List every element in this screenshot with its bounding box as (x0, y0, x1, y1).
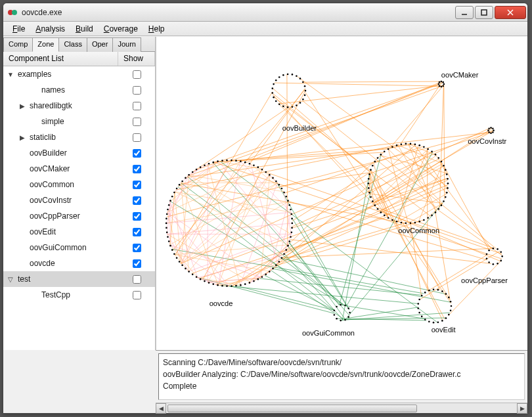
svg-point-341 (487, 129, 489, 131)
svg-line-93 (370, 171, 450, 300)
show-checkbox[interactable] (133, 165, 141, 173)
col-show[interactable]: Show (118, 52, 155, 66)
svg-point-245 (212, 283, 214, 285)
show-checkbox[interactable] (133, 259, 141, 268)
tree-label: oovCovInstr (27, 196, 118, 205)
menu-build[interactable]: Build (70, 23, 99, 35)
show-checkbox[interactable] (133, 118, 141, 126)
tree-row[interactable]: oovCMaker (3, 161, 155, 177)
col-component[interactable]: Component List (3, 52, 118, 66)
titlebar[interactable]: oovcde.exe (3, 3, 527, 22)
expand-icon[interactable]: ▼ (6, 71, 15, 78)
show-checkbox[interactable] (133, 196, 141, 205)
menu-analysis[interactable]: Analysis (30, 23, 70, 35)
svg-point-278 (200, 166, 202, 168)
expand-icon[interactable]: ▽ (6, 276, 15, 283)
maximize-button[interactable] (475, 6, 493, 19)
svg-point-380 (384, 150, 386, 152)
tree-row[interactable]: ▼examples (3, 66, 155, 82)
show-checkbox[interactable] (133, 244, 141, 252)
svg-point-330 (442, 85, 444, 87)
svg-line-151 (166, 175, 188, 223)
show-checkbox[interactable] (133, 228, 141, 236)
tab-comp[interactable]: Comp (3, 37, 33, 52)
svg-point-331 (441, 86, 443, 88)
graph-node-label: oovEdit (432, 326, 456, 334)
svg-line-16 (280, 223, 405, 260)
show-checkbox[interactable] (133, 102, 141, 110)
scroll-left-icon[interactable]: ◀ (156, 403, 166, 414)
close-button[interactable] (495, 6, 526, 19)
svg-point-256 (173, 253, 175, 255)
svg-line-188 (167, 169, 198, 212)
expand-icon[interactable]: ▶ (18, 134, 27, 141)
svg-point-376 (372, 165, 374, 167)
tree-row[interactable]: oovGuiCommon (3, 240, 155, 255)
menu-file[interactable]: File (7, 23, 30, 35)
menu-help[interactable]: Help (143, 23, 170, 35)
svg-point-365 (380, 211, 382, 213)
svg-point-422 (417, 303, 419, 305)
tab-class[interactable]: Class (58, 37, 87, 52)
svg-point-414 (441, 320, 443, 322)
tab-oper[interactable]: Oper (87, 37, 113, 52)
tree-row[interactable]: names (3, 82, 155, 98)
svg-point-264 (166, 218, 167, 220)
expand-icon[interactable]: ▶ (18, 102, 27, 110)
svg-line-77 (444, 85, 445, 200)
svg-point-403 (488, 261, 490, 263)
show-checkbox[interactable] (133, 275, 141, 284)
svg-point-421 (417, 307, 419, 309)
tree-label: oovEdit (27, 227, 118, 236)
svg-point-425 (424, 292, 426, 294)
horizontal-scrollbar[interactable]: ◀ ▶ (156, 403, 527, 413)
tree-row[interactable]: simple (3, 114, 155, 129)
component-tree[interactable]: ▼examplesnames▶sharedlibgtksimple▶static… (3, 66, 155, 350)
scroll-thumb[interactable] (167, 405, 417, 412)
svg-line-107 (448, 262, 500, 316)
tab-zone[interactable]: Zone (32, 37, 59, 52)
menu-coverage[interactable]: Coverage (99, 23, 143, 35)
tree-row[interactable]: oovBuilder (3, 145, 155, 161)
show-checkbox[interactable] (133, 70, 141, 79)
minimize-button[interactable] (455, 6, 474, 19)
svg-point-382 (391, 146, 393, 148)
show-checkbox[interactable] (133, 149, 141, 158)
tree-row[interactable]: oovCommon (3, 177, 155, 192)
svg-line-169 (175, 162, 218, 192)
svg-line-37 (196, 83, 443, 170)
status-text[interactable]: Scanning C:/Dave/Mine/software/oovcde/sv… (158, 353, 525, 400)
show-checkbox[interactable] (133, 86, 141, 95)
graph-panel[interactable]: oovcdeoovBuilderoovCMakeroovCovInstroovC… (156, 37, 527, 350)
svg-point-302 (288, 204, 290, 206)
svg-point-441 (340, 304, 342, 306)
svg-point-273 (181, 181, 183, 183)
tab-journ[interactable]: Journ (112, 37, 141, 52)
tree-row[interactable]: oovcde (3, 255, 155, 271)
show-checkbox[interactable] (133, 212, 141, 221)
tree-row[interactable]: TestCpp (3, 287, 155, 303)
svg-point-435 (344, 319, 346, 321)
svg-point-233 (265, 274, 267, 276)
zone-graph[interactable]: oovcdeoovBuilderoovCMakeroovCovInstroovC… (156, 37, 527, 350)
tree-row[interactable]: oovCppParser (3, 208, 155, 224)
svg-point-359 (405, 222, 407, 224)
tree-row[interactable]: ▽test (3, 271, 155, 287)
svg-point-280 (208, 163, 210, 165)
tree-row[interactable]: oovCovInstr (3, 192, 155, 208)
svg-point-314 (278, 103, 280, 105)
svg-point-238 (244, 283, 246, 285)
scroll-right-icon[interactable]: ▶ (517, 403, 527, 414)
svg-line-63 (236, 286, 334, 310)
svg-point-438 (334, 314, 336, 316)
tree-row[interactable]: ▶sharedlibgtk (3, 98, 155, 114)
show-checkbox[interactable] (133, 181, 141, 189)
svg-point-413 (445, 317, 447, 319)
show-checkbox[interactable] (133, 133, 141, 142)
svg-point-232 (269, 271, 271, 273)
svg-point-315 (275, 100, 277, 102)
svg-point-237 (249, 282, 251, 284)
tree-row[interactable]: oovEdit (3, 224, 155, 240)
tree-row[interactable]: ▶staticlib (3, 129, 155, 145)
show-checkbox[interactable] (133, 291, 141, 299)
